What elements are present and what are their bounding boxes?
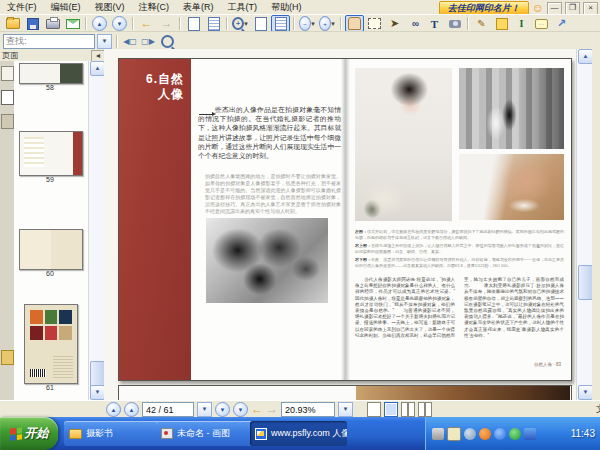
find-input[interactable] — [3, 34, 95, 49]
thumbnail-page-61[interactable] — [24, 304, 78, 384]
next-page-preview[interactable] — [118, 385, 572, 400]
view-back-button[interactable]: ← — [251, 404, 263, 415]
fit-width-button[interactable] — [251, 15, 270, 32]
ime-indicator-icon[interactable] — [447, 427, 461, 441]
marquee-zoom-button[interactable] — [365, 15, 384, 32]
menu-view[interactable]: 视图(V) — [88, 0, 132, 14]
note-button[interactable] — [492, 15, 511, 32]
photo-candid-hug — [206, 218, 328, 303]
find-previous-button[interactable]: ◀▢ — [122, 34, 138, 48]
menu-edit[interactable]: 编辑(E) — [44, 0, 88, 14]
scroll-up-button[interactable]: ▲ — [90, 61, 105, 76]
zoom-out-button[interactable]: −▼ — [298, 15, 317, 32]
smiley-icon[interactable]: ☺ — [532, 2, 544, 14]
email-button[interactable] — [63, 15, 82, 32]
photo-bride-portrait — [355, 68, 452, 221]
book-spread-page-42[interactable]: 6.自然 人像 些杰出的人像作品是在拍摄对象毫不知情的情况下拍摄的。在当代婚礼摄… — [118, 58, 572, 381]
printer-icon — [46, 19, 60, 29]
scroll-up-button[interactable]: ▲ — [578, 49, 593, 64]
toolbar-separator — [116, 35, 118, 48]
comment-button[interactable]: … — [532, 15, 551, 32]
pages-tab-icon[interactable] — [1, 90, 14, 105]
open-button[interactable] — [3, 15, 22, 32]
continuous-facing-layout-button[interactable] — [418, 402, 432, 417]
taskbar-item-paint[interactable]: 未命名 - 画图 — [156, 421, 256, 446]
sidebar-scrollbar[interactable]: ▲ ▼ — [88, 61, 104, 400]
view-forward-button[interactable]: → — [266, 404, 278, 415]
thumbnail-page-60[interactable] — [19, 229, 83, 270]
facing-layout-button[interactable] — [401, 402, 415, 417]
share-button[interactable]: ↗ — [552, 15, 571, 32]
scrollbar-thumb[interactable] — [90, 361, 105, 387]
printer-tray-icon[interactable] — [432, 428, 444, 440]
chapter-title-line2: 人像 — [146, 87, 184, 102]
thumbnail-page-58[interactable] — [19, 63, 83, 84]
thumbnail-page-59[interactable] — [19, 131, 83, 176]
attachments-tab-icon[interactable] — [1, 350, 14, 365]
print-button[interactable] — [43, 15, 62, 32]
search-button[interactable]: ∞ — [405, 15, 424, 32]
page-down-icon: ▼ — [112, 16, 127, 31]
page-down-button[interactable]: ▼ — [110, 15, 129, 32]
backcover-text — [53, 356, 73, 378]
document-canvas[interactable]: 6.自然 人像 些杰出的人像作品是在拍摄对象毫不知情的情况下拍摄的。在当代婚礼摄… — [104, 49, 576, 400]
zoom-in-tool-button[interactable]: +▼ — [231, 15, 250, 32]
bookmarks-tab-icon[interactable] — [1, 66, 14, 81]
menu-forms[interactable]: 表单(R) — [176, 0, 221, 14]
clock-utility-icon[interactable] — [464, 428, 476, 440]
ad-banner-link[interactable]: 去佳印网印名片！ — [439, 1, 529, 15]
status-bar: ▲ ▲ 42 / 61 ▼ ▼ ▼ ← → 20.93% ▼ 文件: [39.3… — [0, 400, 600, 418]
page-dropdown-button[interactable]: ▼ — [197, 402, 212, 417]
hand-tool-button[interactable] — [345, 15, 364, 32]
restore-button[interactable]: ❐ — [565, 2, 580, 15]
body-column-2: 澳大利亚婚礼摄影师马丁·舒尔拍摄人像从不摆布，她依靠融洽的气氛和对自己的拍摄技术… — [464, 283, 564, 338]
snapshot-camera-button[interactable] — [445, 15, 464, 32]
fit-page-button[interactable] — [271, 15, 290, 32]
comment-bubble-icon: … — [535, 19, 548, 29]
taskbar-item-photobook[interactable]: 摄影书 — [64, 421, 162, 446]
menu-file[interactable]: 文件(F) — [0, 0, 44, 14]
full-search-button[interactable] — [158, 33, 177, 50]
continuous-layout-button[interactable] — [384, 402, 398, 417]
minimize-button[interactable]: — — [547, 2, 562, 15]
language-bar-icon[interactable] — [524, 428, 536, 440]
scrollbar-thumb[interactable] — [578, 265, 593, 300]
save-button[interactable] — [23, 15, 42, 32]
snapshot-copy-button[interactable] — [184, 15, 203, 32]
clipboard-paste-button[interactable] — [204, 15, 223, 32]
find-dropdown-button[interactable]: ▼ — [97, 34, 112, 49]
first-page-button[interactable]: ▲ — [106, 402, 121, 417]
scroll-down-button[interactable]: ▼ — [578, 385, 593, 400]
close-button[interactable]: × — [583, 2, 598, 15]
scroll-down-button[interactable]: ▼ — [90, 385, 105, 400]
find-next-button[interactable]: ▢▶ — [140, 34, 156, 48]
pencil-annotation-button[interactable]: ✎ — [472, 15, 491, 32]
menu-help[interactable]: 帮助(H) — [264, 0, 309, 14]
messenger-icon[interactable] — [494, 428, 506, 440]
menu-comments[interactable]: 注释(C) — [132, 0, 177, 14]
layers-tab-icon[interactable] — [1, 114, 14, 129]
menu-tools[interactable]: 工具(T) — [221, 0, 265, 14]
find-bar: ▼ ◀▢ ▢▶ — [0, 31, 600, 51]
page-gutter-shadow — [341, 59, 350, 380]
previous-page-button[interactable]: ▲ — [124, 402, 139, 417]
history-forward-button[interactable]: → — [157, 15, 176, 32]
text-select-button[interactable]: T — [425, 15, 444, 32]
zoom-level-field[interactable]: 20.93% — [281, 402, 335, 417]
single-page-layout-button[interactable] — [367, 402, 381, 417]
file-size-info: 文件: [39.38 * 27.56 英寸] — [596, 403, 600, 416]
typewriter-button[interactable]: I — [512, 15, 531, 32]
next-page-button[interactable]: ▼ — [215, 402, 230, 417]
page-number-field[interactable]: 42 / 61 — [142, 402, 194, 417]
pet-assistant-icon[interactable] — [479, 428, 491, 440]
zoom-in-button[interactable]: +▼ — [318, 15, 337, 32]
history-back-button[interactable]: ← — [137, 15, 156, 32]
select-tool-button[interactable]: ➤ — [385, 15, 404, 32]
taskbar-item-psfly-active[interactable]: www.psfly.com 人像... — [250, 421, 347, 446]
document-scrollbar[interactable]: ▲ ▼ — [576, 49, 593, 400]
last-page-button[interactable]: ▼ — [233, 402, 248, 417]
page-up-button[interactable]: ▲ — [90, 15, 109, 32]
start-button[interactable]: 开始 — [0, 417, 58, 450]
zoom-dropdown-button[interactable]: ▼ — [338, 402, 353, 417]
media-player-icon[interactable] — [509, 428, 521, 440]
